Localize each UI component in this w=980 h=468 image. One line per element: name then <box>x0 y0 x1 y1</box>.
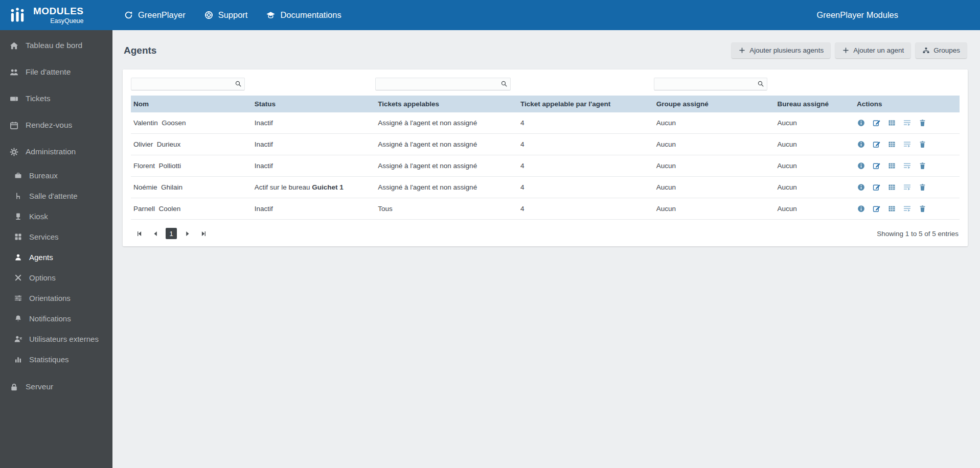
sidebar-item-orientations[interactable]: Orientations <box>0 288 112 308</box>
edit-pencil-icon <box>872 119 881 127</box>
search-input-groupe-assigne[interactable] <box>654 78 768 90</box>
nav-support[interactable]: Support <box>204 10 248 20</box>
grid-button[interactable] <box>887 183 896 192</box>
agents-table: Nom Status Tickets appelables Ticket app… <box>131 78 960 220</box>
status-text: Inactif <box>255 205 273 213</box>
cell-bureau-assigne: Aucun <box>774 177 854 198</box>
cell-bureau-assigne: Aucun <box>774 134 854 155</box>
column-header-ticket-appelable-par-agent[interactable]: Ticket appelable par l'agent <box>518 96 654 112</box>
status-bold-text: Guichet 1 <box>312 183 344 191</box>
sidebar-item-file-dattente[interactable]: File d'attente <box>0 59 112 85</box>
groups-button[interactable]: Groupes <box>916 42 967 58</box>
row-actions <box>857 161 955 170</box>
info-button[interactable] <box>857 183 865 192</box>
playlist-button[interactable] <box>903 119 911 127</box>
column-header-tickets-appelables[interactable]: Tickets appelables <box>375 96 518 112</box>
sidebar-item-utilisateurs-externes[interactable]: Utilisateurs externes <box>0 329 112 349</box>
nav-documentations[interactable]: Documentations <box>266 10 341 20</box>
info-icon <box>857 140 865 149</box>
row-actions <box>857 183 955 192</box>
grid-button[interactable] <box>887 140 896 149</box>
column-header-nom[interactable]: Nom <box>131 96 252 112</box>
edit-button[interactable] <box>872 183 881 192</box>
table-grid-icon <box>887 140 896 149</box>
sidebar-item-serveur[interactable]: Serveur <box>0 373 112 400</box>
search-input-nom[interactable] <box>131 78 245 90</box>
button-label: Ajouter plusieurs agents <box>749 46 824 54</box>
cell-bureau-assigne: Aucun <box>774 198 854 220</box>
cell-nom: Olivier Durieux <box>131 134 252 155</box>
nav-label: Documentations <box>280 10 341 20</box>
entries-summary: Showing 1 to 5 of 5 entries <box>877 230 960 238</box>
trash-icon <box>918 161 927 170</box>
info-button[interactable] <box>857 161 865 170</box>
sidebar-item-agents[interactable]: Agents <box>0 247 112 267</box>
first-page-icon <box>136 230 144 238</box>
previous-page-button[interactable] <box>150 228 161 239</box>
sidebar-item-label: Tickets <box>26 94 51 103</box>
edit-button[interactable] <box>872 204 881 213</box>
brand[interactable]: MODULES EasyQueue <box>0 6 112 25</box>
sidebar-item-label: File d'attente <box>26 67 71 77</box>
next-page-icon <box>184 230 191 238</box>
delete-button[interactable] <box>918 119 927 127</box>
edit-button[interactable] <box>872 161 881 170</box>
page-header: Agents Ajouter plusieurs agents Ajouter … <box>112 30 980 69</box>
page-1-button[interactable]: 1 <box>166 228 177 239</box>
sidebar-item-kiosk[interactable]: Kiosk <box>0 206 112 226</box>
search-box-groupe-assigne <box>654 78 768 90</box>
last-page-button[interactable] <box>197 228 209 239</box>
sidebar-item-bureaux[interactable]: Bureaux <box>0 165 112 185</box>
cell-tickets-appelables: Tous <box>375 198 518 220</box>
column-header-actions: Actions <box>854 96 960 112</box>
info-button[interactable] <box>857 204 865 213</box>
sidebar-item-administration[interactable]: Administration <box>0 138 112 165</box>
sidebar-item-salle-dattente[interactable]: Salle d'attente <box>0 185 112 206</box>
column-header-groupe-assigne[interactable]: Groupe assigné <box>654 96 775 112</box>
delete-button[interactable] <box>918 161 927 170</box>
delete-button[interactable] <box>918 204 927 213</box>
sidebar-item-statistiques[interactable]: Statistiques <box>0 349 112 369</box>
agents-table-card: Nom Status Tickets appelables Ticket app… <box>123 69 968 246</box>
grid-button[interactable] <box>887 119 896 127</box>
first-page-button[interactable] <box>134 228 145 239</box>
sidebar-item-tickets[interactable]: Tickets <box>0 85 112 112</box>
next-page-button[interactable] <box>181 228 193 239</box>
info-button[interactable] <box>857 140 865 149</box>
info-button[interactable] <box>857 119 865 127</box>
grid-button[interactable] <box>887 204 896 213</box>
trash-icon <box>918 183 927 192</box>
playlist-button[interactable] <box>903 161 911 170</box>
column-header-status[interactable]: Status <box>252 96 376 112</box>
graduation-cap-icon <box>266 10 276 20</box>
button-label: Ajouter un agent <box>853 46 904 54</box>
sidebar-item-options[interactable]: Options <box>0 267 112 288</box>
playlist-add-icon <box>903 161 911 170</box>
brand-title: MODULES <box>33 6 84 17</box>
nav-label: Support <box>218 10 248 20</box>
edit-button[interactable] <box>872 140 881 149</box>
nav-greenplayer[interactable]: GreenPlayer <box>124 10 186 20</box>
delete-button[interactable] <box>918 140 927 149</box>
playlist-button[interactable] <box>903 140 911 149</box>
column-header-bureau-assigne[interactable]: Bureau assigné <box>774 96 854 112</box>
sidebar: Tableau de bord File d'attente Tickets R… <box>0 30 112 468</box>
search-input-tickets-appelables[interactable] <box>375 78 511 90</box>
sidebar-item-rendez-vous[interactable]: Rendez-vous <box>0 112 112 138</box>
cell-ticket-par-agent: 4 <box>518 134 654 155</box>
people-queue-icon <box>9 67 19 77</box>
previous-page-icon <box>152 230 159 238</box>
cell-nom: Parnell Coolen <box>131 198 252 220</box>
sidebar-item-tableau-de-bord[interactable]: Tableau de bord <box>0 32 112 59</box>
add-agent-button[interactable]: Ajouter un agent <box>835 42 910 58</box>
playlist-button[interactable] <box>903 183 911 192</box>
edit-button[interactable] <box>872 119 881 127</box>
grid-icon <box>14 232 22 241</box>
delete-button[interactable] <box>918 183 927 192</box>
add-multiple-agents-button[interactable]: Ajouter plusieurs agents <box>732 42 830 58</box>
sidebar-item-notifications[interactable]: Notifications <box>0 308 112 329</box>
grid-button[interactable] <box>887 161 896 170</box>
playlist-button[interactable] <box>903 204 911 213</box>
search-box-tickets-appelables <box>375 78 511 90</box>
sidebar-item-services[interactable]: Services <box>0 226 112 247</box>
